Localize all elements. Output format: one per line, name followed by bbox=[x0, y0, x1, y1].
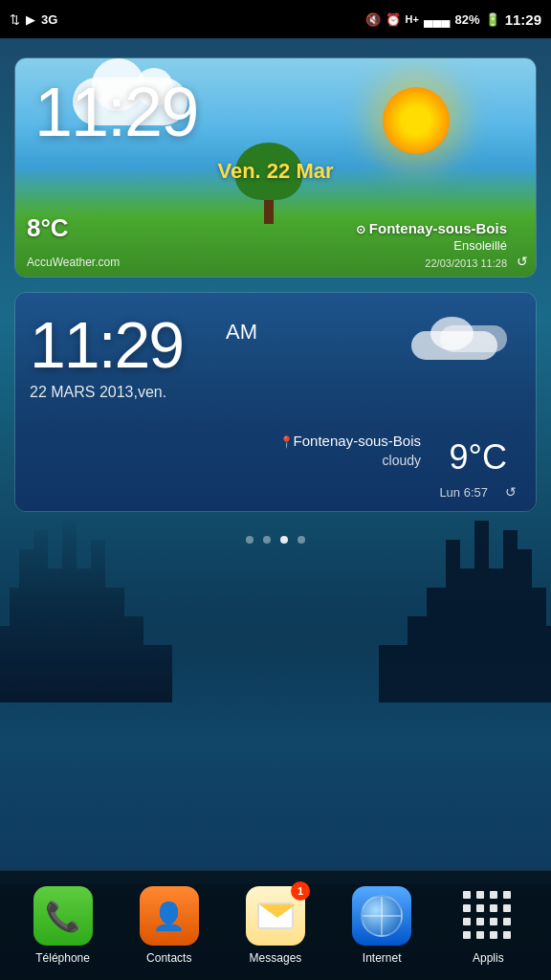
widget1-temperature: 8°C bbox=[27, 213, 69, 243]
page-dot-4[interactable] bbox=[298, 536, 305, 544]
dock-item-applis[interactable]: Applis bbox=[440, 886, 536, 965]
status-left-icons: ⇅ ▶ 3G bbox=[10, 12, 57, 27]
hplus-icon: H+ bbox=[406, 13, 419, 25]
person-icon: 👤 bbox=[152, 901, 186, 932]
main-background: 11:29 Ven. 22 Mar 8°C AccuWeather.com Fo… bbox=[0, 38, 551, 980]
telephone-icon[interactable]: 📞 bbox=[33, 886, 93, 946]
page-dot-1[interactable] bbox=[246, 536, 253, 544]
widget2-refresh-icon[interactable]: ↺ bbox=[505, 484, 517, 500]
contacts-label: Contacts bbox=[146, 951, 191, 965]
signal-icon: ▄▄▄ bbox=[424, 12, 451, 27]
mute-icon: 🔇 bbox=[365, 12, 381, 27]
usb-icon: ⇅ bbox=[10, 12, 20, 27]
widget2-ampm: AM bbox=[226, 320, 257, 345]
internet-icon[interactable] bbox=[352, 886, 411, 946]
cloud-back bbox=[440, 325, 507, 352]
widget2-date: 22 MARS 2013,ven. bbox=[30, 384, 166, 401]
widget1-date: Ven. 22 Mar bbox=[217, 159, 333, 184]
phone-handset-icon: 📞 bbox=[45, 900, 80, 933]
widget1-location: Fontenay-sous-Bois bbox=[356, 220, 507, 236]
applis-label: Applis bbox=[473, 951, 504, 965]
battery-percent: 82% bbox=[455, 12, 480, 27]
widget2-condition: cloudy bbox=[383, 453, 421, 468]
3g-label: 3G bbox=[41, 12, 57, 27]
page-indicators bbox=[246, 536, 305, 544]
widget2-location: Fontenay-sous-Bois bbox=[279, 433, 421, 449]
widget2-time: 11:29 bbox=[30, 307, 183, 382]
applis-icon[interactable] bbox=[458, 886, 518, 946]
envelope-icon bbox=[257, 902, 294, 929]
battery-icon: 🔋 bbox=[485, 12, 500, 27]
dock: 📞 Téléphone 👤 Contacts 1 Messages Intern… bbox=[0, 870, 551, 980]
contacts-icon[interactable]: 👤 bbox=[140, 886, 199, 946]
widget1-refresh-icon[interactable]: ↺ bbox=[517, 254, 528, 269]
page-dot-3-active[interactable] bbox=[280, 536, 288, 544]
accu-weather-widget[interactable]: 11:29 Ven. 22 Mar 8°C AccuWeather.com Fo… bbox=[14, 57, 537, 278]
status-right-icons: 🔇 ⏰ H+ ▄▄▄ 82% 🔋 11:29 bbox=[365, 11, 541, 28]
widget2-cloud-icon bbox=[411, 317, 507, 360]
widget1-sun bbox=[383, 87, 450, 154]
widget1-updated: 22/03/2013 11:28 bbox=[425, 257, 507, 269]
dock-item-telephone[interactable]: 📞 Téléphone bbox=[15, 886, 111, 965]
widget1-time: 11:29 bbox=[34, 73, 197, 151]
internet-label: Internet bbox=[363, 951, 402, 965]
city-left-skyline bbox=[0, 511, 172, 702]
widget1-brand: AccuWeather.com bbox=[27, 256, 120, 269]
app-grid-icon bbox=[463, 891, 513, 941]
clock-weather-widget[interactable]: 11:29 AM 22 MARS 2013,ven. Fontenay-sous… bbox=[14, 292, 537, 512]
status-time: 11:29 bbox=[505, 11, 541, 28]
telephone-label: Téléphone bbox=[35, 951, 90, 965]
alarm-icon: ⏰ bbox=[386, 12, 401, 27]
widget2-lun: Lun 6:57 bbox=[439, 485, 488, 500]
status-bar: ⇅ ▶ 3G 🔇 ⏰ H+ ▄▄▄ 82% 🔋 11:29 bbox=[0, 0, 551, 38]
widget1-bottom-bar: 8°C AccuWeather.com Fontenay-sous-Bois E… bbox=[15, 214, 536, 277]
globe-icon bbox=[361, 895, 403, 937]
play-icon: ▶ bbox=[26, 12, 35, 27]
messages-badge: 1 bbox=[291, 881, 310, 901]
dock-item-messages[interactable]: 1 Messages bbox=[228, 886, 323, 965]
city-right-skyline bbox=[379, 511, 551, 702]
dock-item-contacts[interactable]: 👤 Contacts bbox=[121, 886, 217, 965]
messages-label: Messages bbox=[250, 951, 302, 965]
widget2-temperature: 9°C bbox=[450, 437, 507, 478]
widget1-condition: Ensoleillé bbox=[453, 238, 507, 253]
page-dot-2[interactable] bbox=[263, 536, 271, 544]
dock-item-internet[interactable]: Internet bbox=[334, 886, 430, 965]
messages-icon[interactable]: 1 bbox=[246, 886, 305, 946]
